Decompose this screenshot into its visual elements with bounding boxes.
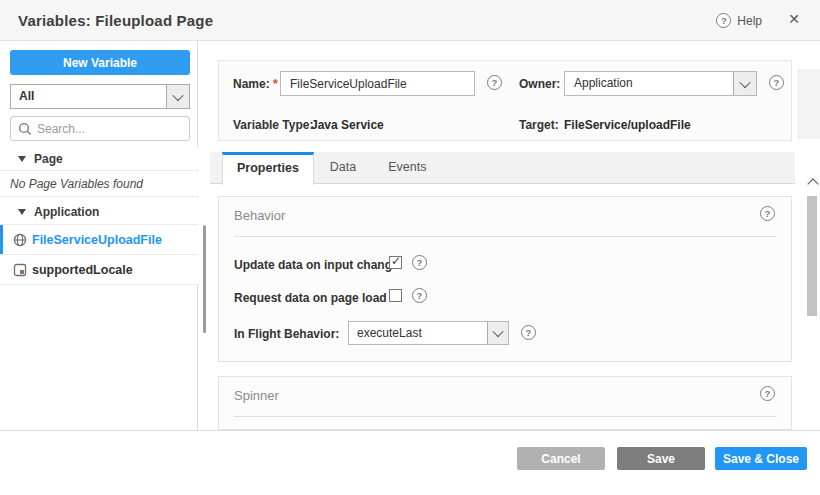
tab-events[interactable]: Events (372, 152, 442, 183)
tab-properties[interactable]: Properties (222, 152, 314, 185)
help-button[interactable]: ? Help (716, 13, 762, 28)
behavior-help-icon[interactable]: ? (760, 206, 775, 221)
close-icon[interactable]: ✕ (788, 11, 800, 27)
spinner-section: Spinner ? (218, 376, 792, 430)
cancel-button[interactable]: Cancel (517, 447, 605, 470)
globe-service-icon (13, 233, 27, 247)
save-and-close-button[interactable]: Save & Close (715, 447, 807, 470)
variable-type-label: Variable Type: (233, 118, 313, 132)
in-flight-behavior-select[interactable]: executeLast (348, 321, 509, 345)
content-scrollbar (806, 178, 820, 466)
update-data-help-icon[interactable]: ? (412, 255, 427, 270)
variable-detail-panel: Name: * ? Owner: * Application ? Variabl… (210, 41, 820, 430)
collapse-triangle-icon (18, 209, 26, 215)
update-data-checkbox[interactable] (389, 256, 402, 269)
content-scrollbar-thumb[interactable] (807, 196, 817, 316)
new-variable-button[interactable]: New Variable (10, 50, 190, 75)
in-flight-behavior-value: executeLast (357, 322, 422, 344)
variable-item-label: FileServiceUploadFile (32, 233, 162, 247)
spinner-help-icon[interactable]: ? (760, 386, 775, 401)
help-label: Help (737, 14, 762, 28)
save-button[interactable]: Save (617, 447, 705, 470)
help-circle-icon: ? (716, 13, 731, 28)
section-divider (234, 236, 776, 237)
selected-indicator (0, 225, 3, 254)
page-variables-empty: No Page Variables found (0, 172, 198, 197)
dialog-footer: Cancel Save Save & Close (0, 431, 820, 495)
variable-search (10, 116, 190, 141)
behavior-section-title: Behavior (234, 208, 285, 223)
collapse-triangle-icon (18, 156, 26, 162)
name-help-icon[interactable]: ? (487, 75, 502, 90)
dialog-title: Variables: Fileupload Page (18, 12, 213, 29)
section-label: Application (34, 205, 99, 219)
dialog-titlebar: Variables: Fileupload Page ? Help ✕ (0, 0, 820, 41)
update-data-label: Update data on input change (234, 258, 399, 272)
request-data-label: Request data on page load (234, 291, 387, 305)
scroll-up-icon[interactable] (807, 178, 818, 189)
chevron-down-icon (487, 322, 508, 344)
request-data-help-icon[interactable]: ? (412, 288, 427, 303)
chevron-down-icon (166, 85, 189, 108)
section-header-page[interactable]: Page (0, 147, 198, 171)
variable-item-label: supportedLocale (32, 263, 133, 277)
section-header-application[interactable]: Application (0, 198, 198, 225)
owner-label: Owner: * (519, 77, 568, 91)
in-flight-help-icon[interactable]: ? (521, 325, 536, 340)
search-icon (18, 122, 32, 136)
variable-type-value: Java Service (311, 118, 384, 132)
variable-filter-value: All (19, 85, 34, 108)
name-label: Name: * (233, 77, 278, 91)
in-flight-behavior-label: In Flight Behavior: (234, 327, 339, 341)
target-value: FileService/uploadFile (564, 118, 691, 132)
spinner-section-title: Spinner (234, 388, 279, 403)
target-label: Target: (519, 118, 559, 132)
sidebar-item-supportedlocale[interactable]: supportedLocale (0, 255, 198, 285)
variables-sidebar: New Variable All Page No Page Variables … (0, 41, 198, 430)
locale-icon (13, 263, 27, 277)
search-input[interactable] (37, 117, 185, 140)
owner-help-icon[interactable]: ? (769, 75, 784, 90)
request-data-checkbox[interactable] (389, 289, 402, 302)
section-label: Page (34, 152, 63, 166)
section-divider (234, 416, 776, 417)
variable-header-form: Name: * ? Owner: * Application ? Variabl… (218, 60, 792, 141)
sidebar-scrollbar-thumb[interactable] (203, 225, 206, 333)
behavior-section: Behavior ? Update data on input change ?… (218, 196, 792, 362)
name-field[interactable] (280, 71, 475, 96)
tab-data[interactable]: Data (314, 152, 372, 183)
sidebar-item-fileserviceuploadfile[interactable]: FileServiceUploadFile (0, 225, 198, 255)
owner-select[interactable]: Application (564, 71, 757, 96)
variable-filter-select[interactable]: All (10, 84, 190, 109)
required-marker: * (273, 77, 278, 91)
detail-tabbar: Properties Data Events (210, 152, 795, 184)
variables-dialog: Variables: Fileupload Page ? Help ✕ New … (0, 0, 820, 495)
empty-message: No Page Variables found (10, 177, 143, 191)
owner-value: Application (574, 72, 633, 95)
scroll-gutter (797, 69, 820, 139)
chevron-down-icon (733, 72, 756, 95)
